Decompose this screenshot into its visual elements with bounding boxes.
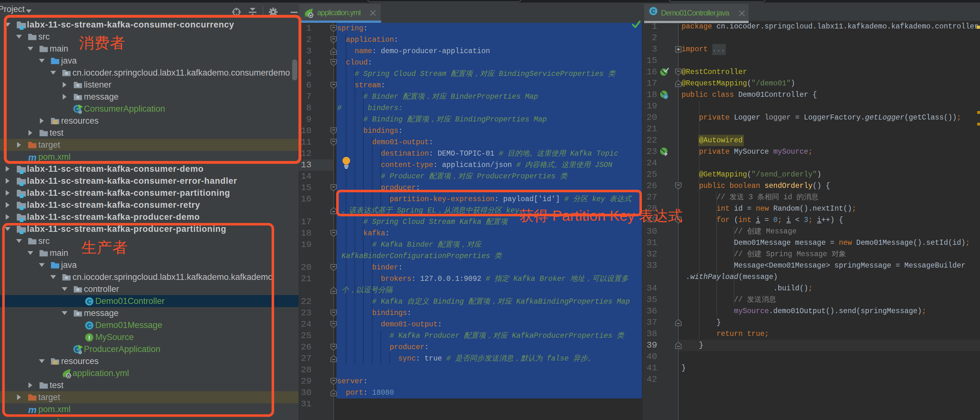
- svg-text:C: C: [651, 8, 655, 14]
- svg-text:m: m: [17, 417, 25, 420]
- svg-text:c: c: [665, 94, 667, 99]
